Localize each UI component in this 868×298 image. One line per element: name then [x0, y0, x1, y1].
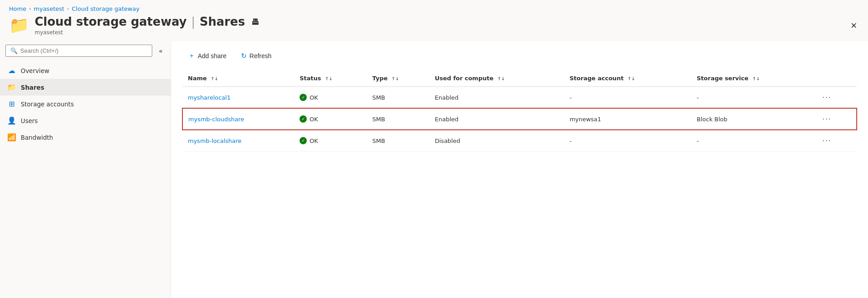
wifi-icon: 📶	[7, 133, 16, 142]
col-actions	[814, 70, 857, 87]
page-container: Home › myasetest › Cloud storage gateway…	[0, 0, 868, 298]
shares-table: Name ↑↓ Status ↑↓ Type ↑↓ Used for com	[182, 70, 857, 151]
cell-type: SMB	[367, 130, 430, 151]
folder-nav-icon: 📁	[7, 83, 16, 92]
page-section-text: Shares	[200, 15, 245, 28]
cell-used-for-compute: Disabled	[429, 130, 564, 151]
cell-status: OK	[294, 87, 367, 108]
sidebar-item-overview[interactable]: ☁ Overview	[0, 62, 171, 79]
page-subtitle: myasetest	[35, 29, 261, 36]
cell-used-for-compute: Enabled	[429, 108, 564, 130]
table-body: mysharelocal1OKSMBEnabled--···mysmb-clou…	[182, 87, 857, 151]
more-options-button[interactable]: ···	[820, 136, 834, 146]
cell-name[interactable]: mysmb-cloudshare	[182, 108, 294, 130]
col-name[interactable]: Name ↑↓	[182, 70, 294, 87]
sidebar-item-users[interactable]: 👤 Users	[0, 112, 171, 129]
search-icon: 🔍	[10, 47, 18, 54]
sort-icon-storage-service: ↑↓	[752, 76, 760, 81]
search-box[interactable]: 🔍	[5, 45, 152, 57]
cell-actions[interactable]: ···	[814, 87, 857, 108]
sort-icon-storage-account: ↑↓	[627, 76, 635, 81]
sidebar-label-storage-accounts: Storage accounts	[21, 101, 74, 108]
refresh-icon: ↻	[241, 52, 247, 60]
sidebar-label-shares: Shares	[21, 84, 44, 91]
col-used-for-compute[interactable]: Used for compute ↑↓	[429, 70, 564, 87]
cell-storage-service: Block Blob	[691, 108, 814, 130]
add-share-button[interactable]: ＋ Add share	[182, 48, 233, 63]
search-input[interactable]	[20, 47, 147, 54]
cell-storage-service: -	[691, 87, 814, 108]
cloud-icon: ☁	[7, 66, 16, 75]
page-title-group: Cloud storage gateway | Shares 🖶 myasete…	[35, 15, 261, 36]
collapse-button[interactable]: «	[156, 46, 165, 56]
cell-storage-service: -	[691, 130, 814, 151]
status-ok-icon	[300, 137, 307, 144]
cell-type: SMB	[367, 87, 430, 108]
close-button[interactable]: ✕	[849, 19, 859, 32]
page-title: Cloud storage gateway | Shares 🖶	[35, 15, 261, 28]
print-icon[interactable]: 🖶	[250, 15, 261, 28]
search-container: 🔍 «	[0, 41, 171, 60]
breadcrumb: Home › myasetest › Cloud storage gateway	[0, 0, 868, 15]
sort-icon-status: ↑↓	[325, 76, 332, 81]
table-row: mysmb-cloudshareOKSMBEnabledmynewsa1Bloc…	[182, 108, 857, 130]
refresh-label: Refresh	[250, 52, 272, 60]
nav-list: ☁ Overview 📁 Shares ⊞ Storage accounts 👤…	[0, 60, 171, 147]
col-storage-account[interactable]: Storage account ↑↓	[564, 70, 691, 87]
cell-storage-account: -	[564, 87, 691, 108]
page-header: 📁 Cloud storage gateway | Shares 🖶 myase…	[0, 15, 868, 41]
status-ok-icon	[300, 115, 307, 123]
cell-type: SMB	[367, 108, 430, 130]
table-header: Name ↑↓ Status ↑↓ Type ↑↓ Used for com	[182, 70, 857, 87]
col-type[interactable]: Type ↑↓	[367, 70, 430, 87]
breadcrumb-sep-2: ›	[67, 6, 69, 12]
cell-used-for-compute: Enabled	[429, 87, 564, 108]
sidebar-item-bandwidth[interactable]: 📶 Bandwidth	[0, 129, 171, 146]
sidebar-label-bandwidth: Bandwidth	[21, 134, 53, 141]
status-text: OK	[309, 94, 318, 101]
sort-icon-compute: ↑↓	[497, 76, 505, 81]
grid-icon: ⊞	[7, 100, 16, 108]
status-ok-icon	[300, 94, 307, 101]
sidebar-label-users: Users	[21, 117, 38, 124]
more-options-button[interactable]: ···	[820, 114, 834, 124]
sort-icon-type: ↑↓	[391, 76, 399, 81]
cell-storage-account: -	[564, 130, 691, 151]
sidebar: 🔍 « ☁ Overview 📁 Shares ⊞ Storage accoun…	[0, 41, 171, 298]
main-layout: 🔍 « ☁ Overview 📁 Shares ⊞ Storage accoun…	[0, 41, 868, 298]
sidebar-label-overview: Overview	[21, 67, 50, 74]
toolbar: ＋ Add share ↻ Refresh	[182, 48, 857, 63]
breadcrumb-cloud-storage-gateway[interactable]: Cloud storage gateway	[72, 5, 139, 12]
cell-actions[interactable]: ···	[814, 108, 857, 130]
add-icon: ＋	[188, 51, 195, 60]
breadcrumb-myasetest[interactable]: myasetest	[34, 5, 64, 12]
content-area: ＋ Add share ↻ Refresh Name ↑↓	[171, 41, 868, 298]
sidebar-item-shares[interactable]: 📁 Shares	[0, 79, 171, 96]
page-title-text: Cloud storage gateway	[35, 15, 186, 28]
cell-status: OK	[294, 130, 367, 151]
col-storage-service[interactable]: Storage service ↑↓	[691, 70, 814, 87]
page-header-left: 📁 Cloud storage gateway | Shares 🖶 myase…	[9, 15, 261, 36]
cell-name[interactable]: mysharelocal1	[182, 87, 294, 108]
cell-status: OK	[294, 108, 367, 130]
more-options-button[interactable]: ···	[820, 92, 834, 102]
sidebar-item-storage-accounts[interactable]: ⊞ Storage accounts	[0, 96, 171, 112]
breadcrumb-sep-1: ›	[29, 6, 31, 12]
person-icon: 👤	[7, 116, 16, 125]
breadcrumb-home[interactable]: Home	[9, 5, 26, 12]
status-text: OK	[309, 138, 318, 144]
status-text: OK	[309, 116, 318, 123]
table-row: mysharelocal1OKSMBEnabled--···	[182, 87, 857, 108]
cell-actions[interactable]: ···	[814, 130, 857, 151]
sort-icon-name: ↑↓	[211, 76, 218, 81]
folder-icon: 📁	[9, 17, 29, 33]
table-row: mysmb-localshareOKSMBDisabled--···	[182, 130, 857, 151]
page-title-sep: |	[191, 15, 195, 28]
cell-storage-account: mynewsa1	[564, 108, 691, 130]
refresh-button[interactable]: ↻ Refresh	[235, 49, 278, 63]
col-status[interactable]: Status ↑↓	[294, 70, 367, 87]
cell-name[interactable]: mysmb-localshare	[182, 130, 294, 151]
add-share-label: Add share	[198, 52, 227, 60]
